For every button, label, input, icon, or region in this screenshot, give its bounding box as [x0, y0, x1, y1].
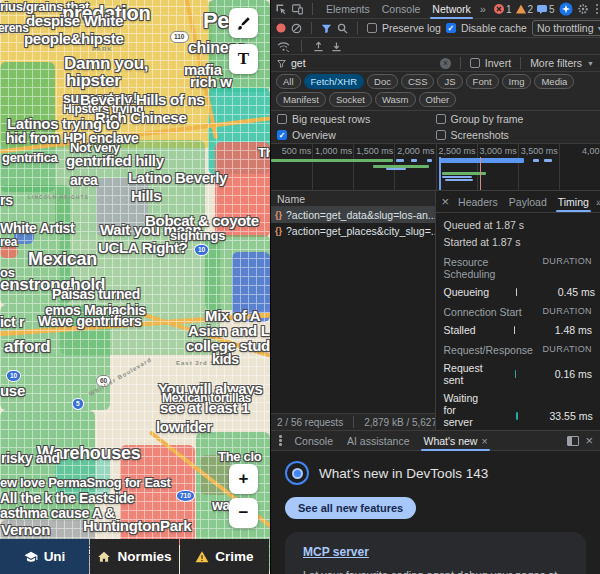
inspect-icon[interactable]	[275, 3, 287, 15]
map-label: people&hipste	[24, 31, 123, 46]
chip-fetchxhr[interactable]: Fetch/XHR	[304, 74, 364, 89]
map-label: Vernon	[1, 522, 50, 537]
highway-shield: 710	[176, 490, 195, 502]
issues-badge[interactable]: 5	[537, 4, 555, 15]
details-tab-payload[interactable]: Payload	[504, 193, 552, 211]
error-badge[interactable]: 1	[494, 4, 512, 15]
request-table-header[interactable]: Name	[271, 191, 435, 207]
option-overview[interactable]: ✓Overview	[277, 129, 436, 141]
tab-elements[interactable]: Elements	[321, 1, 375, 17]
checkbox[interactable]	[436, 130, 446, 140]
clear-filter-icon[interactable]: ×	[440, 58, 451, 69]
text-tool-icon: T	[238, 49, 249, 69]
details-tab-timing[interactable]: Timing	[553, 193, 594, 211]
overview-tick-label: 2,000 ms	[397, 146, 434, 156]
details-tab-headers[interactable]: Headers	[453, 193, 503, 211]
whats-new-panel: What's new in DevTools 143 See all new f…	[271, 451, 600, 574]
warning-badge[interactable]: 2	[516, 4, 534, 15]
zoom-in-button[interactable]: +	[229, 464, 258, 494]
fetch-request-icon: {}	[275, 210, 282, 220]
chip-media[interactable]: Media	[534, 74, 574, 89]
timing-phase-label: Request sent	[444, 362, 487, 386]
article-title-link[interactable]: MCP server	[303, 545, 369, 559]
chip-socket[interactable]: Socket	[329, 92, 372, 107]
drawer-menu-kebab-icon[interactable]	[276, 435, 285, 446]
see-all-features-button[interactable]: See all new features	[285, 497, 416, 519]
disable-cache-label[interactable]: Disable cache	[461, 22, 527, 34]
option-big-request-rows[interactable]: Big request rows	[277, 113, 436, 125]
filter-input[interactable]: get	[291, 57, 435, 69]
ai-assistance-icon[interactable]	[559, 2, 573, 16]
map-label: Latino Beverly	[128, 170, 227, 185]
invert-label[interactable]: Invert	[485, 57, 511, 69]
request-name: ?action=get_data&slug=los-an...	[286, 209, 434, 221]
chip-css[interactable]: CSS	[401, 74, 435, 89]
timing-row: Stalled1.48 ms	[444, 324, 593, 336]
chip-doc[interactable]: Doc	[367, 74, 398, 89]
drawer-tab-aiassistance[interactable]: AI assistance	[341, 433, 415, 449]
close-tab-icon[interactable]: ×	[481, 435, 487, 447]
brush-tool-button[interactable]	[229, 8, 258, 38]
timing-row: Queueing0.45 ms	[444, 286, 593, 298]
text-tool-button[interactable]: T	[229, 44, 258, 74]
import-har-icon[interactable]	[313, 41, 324, 52]
drawer-tab-whatsnew[interactable]: What's new×	[417, 433, 493, 449]
overview-event-marker	[439, 157, 441, 190]
category-button-crime[interactable]: Crime	[180, 539, 269, 574]
settings-gear-icon[interactable]	[577, 3, 589, 15]
chip-wasm[interactable]: Wasm	[375, 92, 416, 107]
tab-console[interactable]: Console	[377, 1, 426, 17]
chip-manifest[interactable]: Manifest	[276, 92, 326, 107]
map-zoom-control: + −	[229, 464, 258, 528]
record-icon[interactable]	[276, 23, 286, 33]
option-screenshots[interactable]: Screenshots	[436, 129, 595, 141]
map-label: Asian and L	[188, 323, 270, 338]
search-icon[interactable]	[337, 23, 348, 34]
clear-icon[interactable]	[291, 23, 302, 34]
network-conditions-icon[interactable]	[277, 41, 290, 52]
category-button-uni[interactable]: Uni	[0, 539, 89, 574]
overview-tick-label: 500 ms	[282, 146, 312, 156]
dock-side-icon[interactable]	[567, 436, 579, 446]
started-at: Started at 1.87 s	[444, 236, 593, 248]
chip-other[interactable]: Other	[419, 92, 457, 107]
export-har-icon[interactable]	[331, 41, 342, 52]
request-row[interactable]: {}?action=get_places&city_slug=...	[271, 223, 435, 239]
timing-phase-label: Waiting for server response	[444, 392, 487, 430]
map-place-name: LINCOLN HEIGHTS	[28, 194, 89, 200]
chip-img[interactable]: Img	[502, 74, 532, 89]
tab-network[interactable]: Network	[427, 1, 476, 17]
checkbox[interactable]	[436, 114, 446, 124]
filter-icon[interactable]	[321, 23, 332, 34]
duration-column-label: DURATION	[542, 344, 592, 356]
preserve-log-label[interactable]: Preserve log	[382, 22, 441, 34]
chip-all[interactable]: All	[276, 74, 301, 89]
more-details-tabs-icon[interactable]: »	[596, 196, 600, 208]
chip-font[interactable]: Font	[466, 74, 499, 89]
category-button-normies[interactable]: Normies	[90, 539, 179, 574]
close-drawer-icon[interactable]: ×	[583, 434, 595, 447]
checkbox[interactable]	[277, 114, 287, 124]
hoodmap[interactable]: 1101010605710 PARKLINCOLN HEIGHTSEast 3r…	[0, 0, 270, 574]
name-column-header: Name	[277, 193, 305, 205]
drawer-tab-console[interactable]: Console	[289, 433, 340, 449]
more-tabs-icon[interactable]: »	[480, 3, 486, 15]
more-filters-button[interactable]: More filters	[530, 57, 582, 69]
invert-checkbox[interactable]	[470, 58, 480, 68]
close-details-icon[interactable]: ×	[440, 195, 452, 208]
preserve-log-checkbox[interactable]	[367, 23, 377, 33]
zoom-out-button[interactable]: −	[229, 498, 258, 528]
timing-value: 0.16 ms	[546, 368, 592, 380]
chevron-down-icon: ▼	[597, 25, 600, 32]
device-toolbar-icon[interactable]	[291, 3, 304, 15]
network-overview-timeline[interactable]: 500 ms1,000 ms1,500 ms2,000 ms2,500 ms3,…	[271, 144, 600, 191]
main-menu-kebab-icon[interactable]	[593, 4, 600, 15]
option-group-by-frame[interactable]: Group by frame	[436, 113, 595, 125]
checkbox[interactable]: ✓	[277, 130, 287, 140]
chip-js[interactable]: JS	[437, 74, 462, 89]
request-row[interactable]: {}?action=get_data&slug=los-an...	[271, 207, 435, 223]
overview-bar	[386, 168, 406, 170]
disable-cache-checkbox[interactable]: ✓	[446, 23, 456, 33]
throttling-select[interactable]: No throttling ▼	[532, 20, 600, 36]
map-label: see at least 1	[160, 400, 249, 415]
